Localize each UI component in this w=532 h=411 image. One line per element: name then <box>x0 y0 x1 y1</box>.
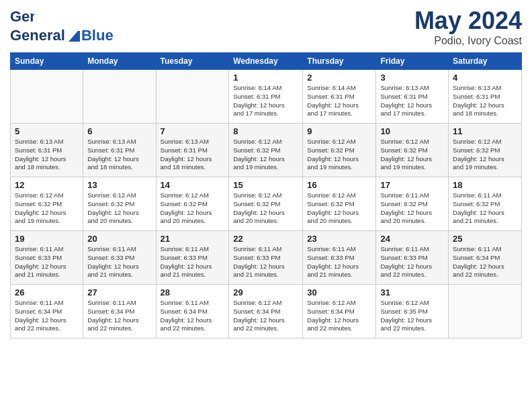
calendar-week-2: 5Sunrise: 6:13 AM Sunset: 6:31 PM Daylig… <box>11 124 522 177</box>
day-number: 2 <box>307 73 371 83</box>
logo-blue: Blue <box>81 27 114 44</box>
weekday-header-monday: Monday <box>83 53 156 70</box>
day-info: Sunrise: 6:13 AM Sunset: 6:31 PM Dayligh… <box>87 138 151 172</box>
day-number: 15 <box>233 180 298 190</box>
day-number: 10 <box>380 126 444 136</box>
day-number: 3 <box>380 73 444 83</box>
day-info: Sunrise: 6:11 AM Sunset: 6:33 PM Dayligh… <box>380 245 444 279</box>
location: Podio, Ivory Coast <box>414 35 522 47</box>
day-number: 11 <box>453 126 517 136</box>
day-number: 20 <box>87 234 151 244</box>
calendar-cell: 28Sunrise: 6:11 AM Sunset: 6:34 PM Dayli… <box>156 285 229 338</box>
day-number: 24 <box>380 234 444 244</box>
day-number: 6 <box>87 126 151 136</box>
day-info: Sunrise: 6:12 AM Sunset: 6:32 PM Dayligh… <box>15 191 79 226</box>
calendar-cell: 15Sunrise: 6:12 AM Sunset: 6:32 PM Dayli… <box>229 177 303 231</box>
calendar-cell: 11Sunrise: 6:12 AM Sunset: 6:32 PM Dayli… <box>449 124 522 177</box>
day-number: 29 <box>233 287 298 298</box>
logo-icon: General <box>10 7 34 27</box>
calendar-cell: 21Sunrise: 6:11 AM Sunset: 6:33 PM Dayli… <box>156 231 229 285</box>
day-info: Sunrise: 6:12 AM Sunset: 6:32 PM Dayligh… <box>161 191 225 226</box>
calendar-cell: 19Sunrise: 6:11 AM Sunset: 6:33 PM Dayli… <box>11 231 83 285</box>
day-number: 21 <box>161 234 225 244</box>
day-info: Sunrise: 6:12 AM Sunset: 6:32 PM Dayligh… <box>307 191 371 226</box>
weekday-header-row: SundayMondayTuesdayWednesdayThursdayFrid… <box>11 53 522 70</box>
day-info: Sunrise: 6:13 AM Sunset: 6:31 PM Dayligh… <box>453 84 517 118</box>
calendar-week-1: 1Sunrise: 6:14 AM Sunset: 6:31 PM Daylig… <box>11 70 522 124</box>
day-info: Sunrise: 6:12 AM Sunset: 6:32 PM Dayligh… <box>87 191 151 226</box>
day-info: Sunrise: 6:12 AM Sunset: 6:32 PM Dayligh… <box>380 138 444 172</box>
calendar-cell: 17Sunrise: 6:11 AM Sunset: 6:32 PM Dayli… <box>376 177 449 231</box>
calendar-cell: 31Sunrise: 6:12 AM Sunset: 6:35 PM Dayli… <box>376 285 449 338</box>
day-number: 17 <box>380 180 444 190</box>
day-number: 26 <box>15 287 79 298</box>
day-number: 9 <box>307 126 371 136</box>
weekday-header-wednesday: Wednesday <box>229 53 303 70</box>
svg-rect-2 <box>78 31 80 42</box>
day-info: Sunrise: 6:11 AM Sunset: 6:33 PM Dayligh… <box>161 245 225 279</box>
weekday-header-saturday: Saturday <box>449 53 522 70</box>
calendar-week-4: 19Sunrise: 6:11 AM Sunset: 6:33 PM Dayli… <box>11 231 522 285</box>
day-info: Sunrise: 6:11 AM Sunset: 6:33 PM Dayligh… <box>15 245 79 279</box>
calendar-cell: 5Sunrise: 6:13 AM Sunset: 6:31 PM Daylig… <box>11 124 83 177</box>
calendar-cell: 8Sunrise: 6:12 AM Sunset: 6:32 PM Daylig… <box>229 124 303 177</box>
day-info: Sunrise: 6:11 AM Sunset: 6:34 PM Dayligh… <box>453 245 517 279</box>
calendar-cell: 22Sunrise: 6:11 AM Sunset: 6:33 PM Dayli… <box>229 231 303 285</box>
day-info: Sunrise: 6:11 AM Sunset: 6:34 PM Dayligh… <box>161 299 225 333</box>
day-info: Sunrise: 6:11 AM Sunset: 6:34 PM Dayligh… <box>15 299 79 333</box>
calendar-week-5: 26Sunrise: 6:11 AM Sunset: 6:34 PM Dayli… <box>11 285 522 338</box>
calendar-cell: 16Sunrise: 6:12 AM Sunset: 6:32 PM Dayli… <box>303 177 376 231</box>
day-info: Sunrise: 6:11 AM Sunset: 6:34 PM Dayligh… <box>87 299 151 333</box>
day-number: 25 <box>453 234 517 244</box>
day-info: Sunrise: 6:11 AM Sunset: 6:33 PM Dayligh… <box>233 245 298 279</box>
day-number: 8 <box>233 126 298 136</box>
page-container: General General Blue May 2024 Podio, Ivo… <box>0 0 532 345</box>
day-info: Sunrise: 6:12 AM Sunset: 6:32 PM Dayligh… <box>453 138 517 172</box>
calendar-cell: 14Sunrise: 6:12 AM Sunset: 6:32 PM Dayli… <box>156 177 229 231</box>
calendar-cell: 25Sunrise: 6:11 AM Sunset: 6:34 PM Dayli… <box>449 231 522 285</box>
calendar-cell: 24Sunrise: 6:11 AM Sunset: 6:33 PM Dayli… <box>376 231 449 285</box>
calendar-cell: 9Sunrise: 6:12 AM Sunset: 6:32 PM Daylig… <box>303 124 376 177</box>
calendar-cell: 27Sunrise: 6:11 AM Sunset: 6:34 PM Dayli… <box>83 285 156 338</box>
day-info: Sunrise: 6:13 AM Sunset: 6:31 PM Dayligh… <box>161 138 225 172</box>
calendar-cell: 13Sunrise: 6:12 AM Sunset: 6:32 PM Dayli… <box>83 177 156 231</box>
calendar-cell: 2Sunrise: 6:14 AM Sunset: 6:31 PM Daylig… <box>303 70 376 124</box>
logo-triangle-icon <box>66 28 81 43</box>
day-number: 27 <box>87 287 151 298</box>
day-info: Sunrise: 6:12 AM Sunset: 6:32 PM Dayligh… <box>233 138 298 172</box>
day-info: Sunrise: 6:13 AM Sunset: 6:31 PM Dayligh… <box>380 84 444 118</box>
day-number: 18 <box>453 180 517 190</box>
day-number: 13 <box>87 180 151 190</box>
day-number: 16 <box>307 180 371 190</box>
day-info: Sunrise: 6:12 AM Sunset: 6:32 PM Dayligh… <box>307 138 371 172</box>
calendar-cell: 26Sunrise: 6:11 AM Sunset: 6:34 PM Dayli… <box>11 285 83 338</box>
title-area: May 2024 Podio, Ivory Coast <box>414 7 522 47</box>
calendar-cell <box>83 70 156 124</box>
calendar-cell: 1Sunrise: 6:14 AM Sunset: 6:31 PM Daylig… <box>229 70 303 124</box>
day-info: Sunrise: 6:11 AM Sunset: 6:32 PM Dayligh… <box>453 191 517 226</box>
logo-general: General <box>10 27 65 44</box>
calendar-cell: 23Sunrise: 6:11 AM Sunset: 6:33 PM Dayli… <box>303 231 376 285</box>
svg-text:General: General <box>10 8 34 25</box>
day-info: Sunrise: 6:12 AM Sunset: 6:34 PM Dayligh… <box>233 299 298 333</box>
day-info: Sunrise: 6:11 AM Sunset: 6:33 PM Dayligh… <box>87 245 151 279</box>
day-info: Sunrise: 6:14 AM Sunset: 6:31 PM Dayligh… <box>307 84 371 118</box>
calendar-cell: 7Sunrise: 6:13 AM Sunset: 6:31 PM Daylig… <box>156 124 229 177</box>
logo-line: General <box>10 7 34 27</box>
calendar-cell <box>449 285 522 338</box>
day-number: 30 <box>307 287 371 298</box>
svg-marker-1 <box>69 31 78 42</box>
day-info: Sunrise: 6:12 AM Sunset: 6:32 PM Dayligh… <box>233 191 298 226</box>
day-number: 28 <box>161 287 225 298</box>
weekday-header-friday: Friday <box>376 53 449 70</box>
day-number: 31 <box>380 287 444 298</box>
day-info: Sunrise: 6:12 AM Sunset: 6:35 PM Dayligh… <box>380 299 444 333</box>
day-number: 14 <box>161 180 225 190</box>
header: General General Blue May 2024 Podio, Ivo… <box>10 7 522 47</box>
day-info: Sunrise: 6:12 AM Sunset: 6:34 PM Dayligh… <box>307 299 371 333</box>
day-number: 1 <box>233 73 298 83</box>
day-info: Sunrise: 6:13 AM Sunset: 6:31 PM Dayligh… <box>15 138 79 172</box>
calendar-cell: 3Sunrise: 6:13 AM Sunset: 6:31 PM Daylig… <box>376 70 449 124</box>
day-number: 23 <box>307 234 371 244</box>
day-number: 7 <box>161 126 225 136</box>
